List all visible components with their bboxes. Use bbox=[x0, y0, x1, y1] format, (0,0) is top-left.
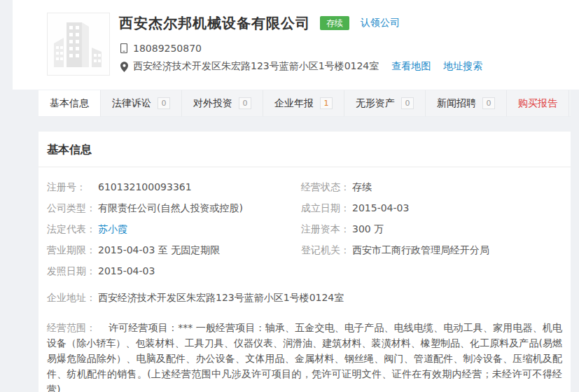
company-type: 有限责任公司(自然人投资或控股) bbox=[98, 201, 243, 216]
company-header: 西安杰尔邦机械设备有限公司 存续 认领公司 18089250870 西安经济技术… bbox=[13, 0, 579, 90]
company-address: 西安经济技术开发区朱宏路123号蓝箭小区1号楼0124室 bbox=[133, 60, 379, 73]
address-row: 西安经济技术开发区朱宏路123号蓝箭小区1号楼0124室 查看地图 地址搜索 bbox=[119, 60, 573, 73]
tab-label: 法律诉讼 bbox=[112, 97, 151, 110]
tab-outbound-investment[interactable]: 对外投资 0 bbox=[182, 90, 263, 116]
building-icon bbox=[53, 17, 104, 71]
company-logo bbox=[47, 13, 110, 76]
field-row: 发照日期： 2015-04-03 bbox=[47, 264, 562, 279]
field-label: 经营状态： bbox=[301, 180, 352, 195]
view-map-link[interactable]: 查看地图 bbox=[391, 60, 431, 73]
basic-info-card: 基本信息 注册号： 610132100093361 经营状态： 存续 公司类型：… bbox=[39, 132, 571, 392]
tab-news-recruitment[interactable]: 新闻招聘 0 bbox=[426, 90, 507, 116]
field-row: 法定代表： 苏小霞 注册资本： 300 万 bbox=[47, 222, 562, 237]
field-label: 经营范围： bbox=[47, 320, 96, 335]
address-search-link[interactable]: 地址搜索 bbox=[443, 60, 482, 73]
phone-row: 18089250870 bbox=[119, 43, 573, 54]
tab-buy-report[interactable]: 购买报告 bbox=[507, 90, 569, 116]
field-label: 发照日期： bbox=[47, 264, 98, 279]
field-row: 公司类型： 有限责任公司(自然人投资或控股) 成立日期： 2015-04-03 bbox=[47, 201, 562, 216]
tab-annual-report[interactable]: 企业年报 1 bbox=[263, 90, 344, 116]
field-label: 企业地址： bbox=[47, 290, 98, 305]
business-scope: 经营范围：许可经营项目：*** 一般经营项目：轴承、五金交电、电子产品、电线电缆… bbox=[47, 320, 562, 392]
field-label: 营业期限： bbox=[47, 243, 98, 258]
status-badge: 存续 bbox=[320, 16, 349, 30]
business-term: 2015-04-03 至 无固定期限 bbox=[98, 243, 220, 258]
field-label: 法定代表： bbox=[47, 222, 98, 237]
location-pin-icon bbox=[119, 62, 129, 72]
phone-number: 18089250870 bbox=[133, 43, 202, 54]
registration-authority: 西安市工商行政管理局经开分局 bbox=[352, 243, 489, 258]
tab-count-badge: 0 bbox=[158, 97, 170, 109]
tab-count-badge: 0 bbox=[239, 97, 251, 109]
legal-representative-link[interactable]: 苏小霞 bbox=[98, 222, 127, 237]
enterprise-address: 西安经济技术开发区朱宏路123号蓝箭小区1号楼0124室 bbox=[98, 290, 344, 305]
operating-status: 存续 bbox=[352, 180, 372, 195]
registration-number: 610132100093361 bbox=[98, 180, 192, 195]
field-row: 注册号： 610132100093361 经营状态： 存续 bbox=[47, 180, 562, 195]
field-label: 注册资本： bbox=[301, 222, 352, 237]
field-label: 注册号： bbox=[47, 180, 98, 195]
field-label: 成立日期： bbox=[301, 201, 352, 216]
field-row: 营业期限： 2015-04-03 至 无固定期限 登记机关： 西安市工商行政管理… bbox=[47, 243, 562, 258]
tab-label: 企业年报 bbox=[274, 97, 314, 110]
claim-company-link[interactable]: 认领公司 bbox=[361, 17, 400, 29]
tab-label: 购买报告 bbox=[518, 97, 557, 110]
phone-icon bbox=[119, 43, 129, 53]
tab-intangible-assets[interactable]: 无形资产 0 bbox=[344, 90, 426, 116]
info-fields: 注册号： 610132100093361 经营状态： 存续 公司类型： 有限责任… bbox=[39, 167, 571, 305]
field-label: 登记机关： bbox=[301, 243, 352, 258]
tab-count-badge: 1 bbox=[320, 97, 333, 109]
tab-legal-litigation[interactable]: 法律诉讼 0 bbox=[101, 90, 182, 116]
tab-label: 对外投资 bbox=[193, 97, 232, 110]
tab-count-badge: 0 bbox=[401, 97, 414, 109]
company-name: 西安杰尔邦机械设备有限公司 bbox=[119, 14, 310, 33]
business-scope-text: 许可经营项目：*** 一般经营项目：轴承、五金交电、电子产品、电线电缆、电动工具… bbox=[47, 322, 562, 392]
license-issue-date: 2015-04-03 bbox=[98, 264, 155, 279]
field-row: 企业地址： 西安经济技术开发区朱宏路123号蓝箭小区1号楼0124室 bbox=[47, 290, 562, 305]
tab-count-badge: 0 bbox=[482, 97, 495, 109]
tab-bar: 基本信息 法律诉讼 0 对外投资 0 企业年报 1 无形资产 0 新闻招聘 0 … bbox=[39, 90, 571, 117]
tab-label: 基本信息 bbox=[50, 97, 89, 110]
company-title-row: 西安杰尔邦机械设备有限公司 存续 认领公司 bbox=[119, 13, 573, 34]
field-label: 公司类型： bbox=[47, 201, 98, 216]
section-title: 基本信息 bbox=[39, 132, 571, 167]
tab-label: 无形资产 bbox=[356, 97, 395, 110]
tab-basic-info[interactable]: 基本信息 bbox=[39, 90, 101, 116]
establish-date: 2015-04-03 bbox=[352, 201, 409, 216]
tab-label: 新闻招聘 bbox=[437, 97, 476, 110]
registered-capital: 300 万 bbox=[352, 222, 384, 237]
